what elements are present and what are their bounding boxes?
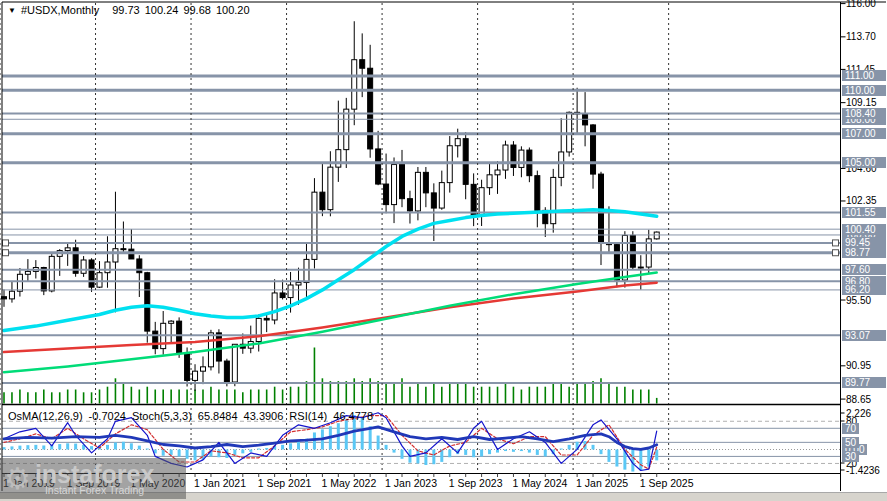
ma-red-line <box>4 283 657 352</box>
candle-body <box>232 344 237 382</box>
candle-body <box>193 371 198 380</box>
candle-body <box>423 172 428 193</box>
candle-body <box>471 184 476 215</box>
candle-body <box>224 361 229 382</box>
candle-body <box>447 146 452 183</box>
candle-body <box>296 283 301 285</box>
candle-body <box>519 150 524 167</box>
candle-body <box>415 172 420 211</box>
chart-title-line: ▼#USDX,Monthly99.73100.2499.68100.20 <box>8 4 250 16</box>
stoch-signal-value: 43.3906 <box>244 410 284 422</box>
candle-body <box>65 248 70 251</box>
candle-body <box>614 245 619 280</box>
candle-body <box>9 291 14 299</box>
candle-body <box>487 175 492 188</box>
candle-body <box>89 260 94 287</box>
candle-body <box>503 145 508 170</box>
osma-value: -0.7024 <box>89 410 126 422</box>
candle-body <box>272 293 277 320</box>
candle-body <box>328 167 333 210</box>
candle-body <box>49 256 54 291</box>
watermark-tagline: Instant Forex Trading <box>45 484 154 496</box>
candle-body <box>25 271 30 274</box>
candle-body <box>177 321 182 352</box>
instaforex-gear-icon: ⚙ <box>4 464 31 494</box>
candle-body <box>288 285 293 298</box>
candle-body <box>304 259 309 282</box>
candle-body <box>153 331 158 348</box>
candle-body <box>495 170 500 175</box>
stoch-label: Stoch(5,3,3) <box>132 410 192 422</box>
instaforex-watermark: ⚙ instaforex Instant Forex Trading <box>0 458 186 499</box>
candle-body <box>439 183 444 208</box>
candle-body <box>280 293 285 298</box>
candle-body <box>336 150 341 167</box>
chart-window: 116.00113.70111.45109.15104.60102.3595.5… <box>0 0 887 501</box>
candle-body <box>535 176 540 211</box>
indicator-label-line: OsMA(12,26,9)-0.7024Stoch(5,3,3)65.84844… <box>8 410 379 422</box>
candle-body <box>407 199 412 211</box>
symbol-timeframe: #USDX,Monthly <box>21 4 99 16</box>
candle-body <box>320 192 325 209</box>
candle-body <box>638 267 643 268</box>
rsi-label: RSI(14) <box>289 410 327 422</box>
candle-body <box>81 260 86 273</box>
candle-body <box>201 367 206 371</box>
candle-body <box>392 165 397 205</box>
candle-body <box>551 177 556 223</box>
candle-body <box>185 353 190 381</box>
candle-body <box>384 184 389 205</box>
line-handle <box>833 240 839 246</box>
line-handle <box>3 250 9 256</box>
rsi-value: 46.4778 <box>333 410 373 422</box>
candle-body <box>455 139 460 146</box>
candle-body <box>431 193 436 208</box>
stoch-main-value: 65.8484 <box>198 410 238 422</box>
candle-body <box>400 165 405 199</box>
candle-body <box>344 109 349 149</box>
ohlc-open: 99.73 <box>112 4 140 16</box>
candle-body <box>97 273 102 287</box>
ohlc-low: 99.68 <box>183 4 211 16</box>
candle-body <box>216 333 221 361</box>
watermark-brand: instaforex <box>35 462 154 486</box>
candle-body <box>264 318 269 320</box>
ohlc-high: 100.24 <box>145 4 179 16</box>
candle-body <box>479 188 484 216</box>
candle-body <box>654 232 659 239</box>
candle-body <box>105 262 110 273</box>
candle-body <box>121 249 126 250</box>
watermark-text: instaforex Instant Forex Trading <box>35 462 154 496</box>
candle-body <box>312 192 317 259</box>
line-handle <box>833 250 839 256</box>
candle-body <box>376 149 381 184</box>
line-handle <box>3 240 9 246</box>
candle-body <box>113 249 118 262</box>
candle-body <box>368 68 373 149</box>
chart-menu-arrow-icon[interactable]: ▼ <box>8 6 16 15</box>
candle-body <box>559 152 564 177</box>
candle-body <box>567 112 572 152</box>
candle-body <box>256 318 261 341</box>
candle-body <box>169 321 174 323</box>
candle-body <box>41 267 46 290</box>
candle-body <box>360 60 365 69</box>
ohlc-close: 100.20 <box>216 4 250 16</box>
candle-body <box>17 274 22 291</box>
chart-canvas <box>0 0 887 501</box>
osma-label: OsMA(12,26,9) <box>8 410 83 422</box>
candle-body <box>352 60 357 109</box>
